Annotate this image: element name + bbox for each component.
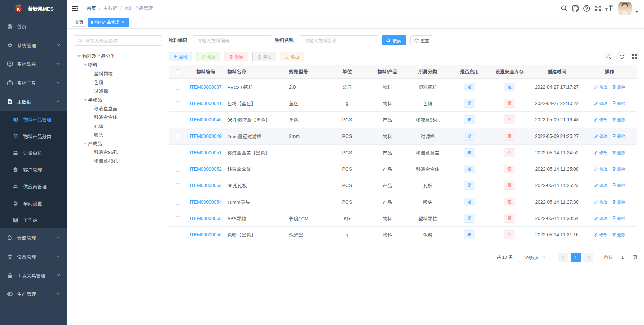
svg-text:K: K [17, 7, 20, 12]
